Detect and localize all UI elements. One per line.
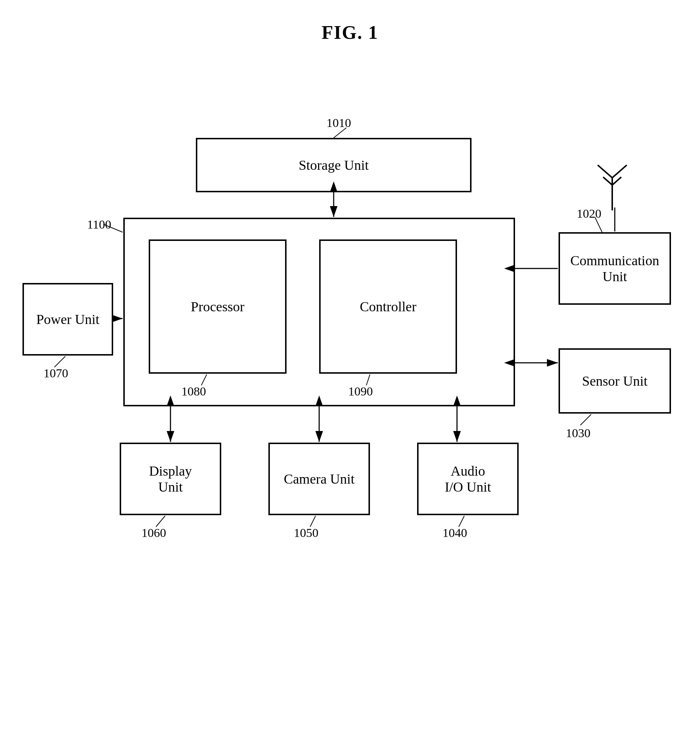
audio-io-unit-label: Audio I/O Unit [445,463,491,495]
controller-label: Controller [360,299,416,314]
controller-box: Controller [319,239,457,374]
display-unit-ref: 1060 [141,526,166,540]
processor-label: Processor [191,299,244,314]
svg-line-19 [580,414,591,425]
sensor-unit-box: Sensor Unit [559,348,671,414]
svg-line-3 [603,177,612,185]
communication-unit-box: Communication Unit [559,232,671,305]
sensor-unit-label: Sensor Unit [582,373,648,389]
camera-unit-box: Camera Unit [269,442,370,515]
processor-ref: 1080 [181,385,206,399]
svg-line-25 [459,516,464,527]
camera-unit-ref: 1050 [294,526,319,540]
communication-unit-label: Communication Unit [570,253,659,284]
controller-ref: 1090 [348,385,373,399]
audio-io-unit-ref: 1040 [442,526,467,540]
display-unit-box: Display Unit [120,442,221,515]
svg-line-4 [612,177,621,185]
processor-box: Processor [149,239,286,374]
svg-line-1 [598,165,612,178]
power-unit-label: Power Unit [36,311,99,327]
main-block-ref: 1100 [87,218,111,231]
storage-unit-ref: 1010 [327,116,351,130]
storage-unit-box: Storage Unit [196,138,472,192]
svg-line-20 [55,356,65,367]
svg-line-23 [156,516,165,527]
camera-unit-label: Camera Unit [284,471,354,487]
svg-line-24 [310,516,316,527]
sensor-unit-ref: 1030 [566,426,591,440]
diagram-title: FIG. 1 [322,22,378,43]
storage-unit-label: Storage Unit [298,157,369,173]
svg-line-2 [612,165,627,178]
display-unit-label: Display Unit [149,463,192,495]
audio-io-unit-box: Audio I/O Unit [417,442,519,515]
antenna-icon [591,163,634,210]
power-unit-ref: 1070 [44,366,68,380]
power-unit-box: Power Unit [22,283,113,356]
